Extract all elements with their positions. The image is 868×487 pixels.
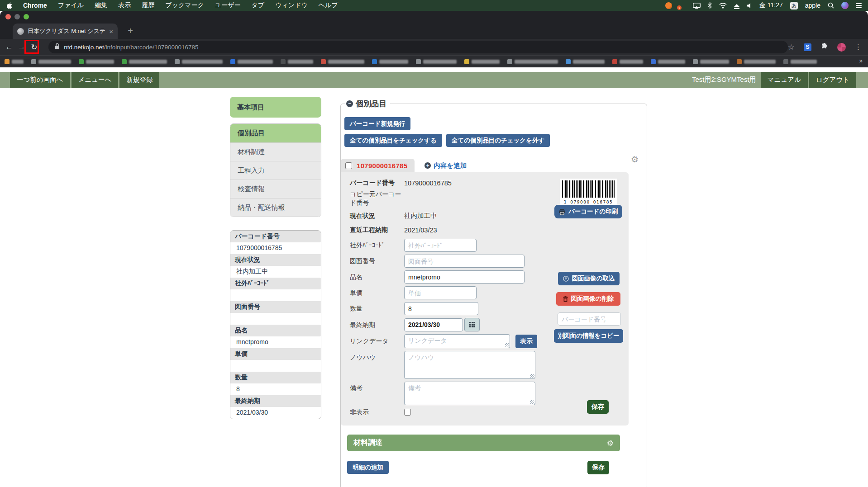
menubar-window[interactable]: ウィンドウ bbox=[275, 1, 308, 9]
bookmark-label-blurred bbox=[573, 60, 605, 64]
new-barcode-button[interactable]: バーコード新規発行 bbox=[344, 117, 410, 130]
copy-drawing-info-button[interactable]: 別図面の情報をコピー bbox=[554, 329, 623, 343]
bookmark-item[interactable] bbox=[612, 59, 643, 64]
uncheck-all-button[interactable]: 全ての個別品目のチェックを外す bbox=[446, 134, 550, 147]
print-barcode-button[interactable]: バーコードの印刷 bbox=[554, 205, 622, 218]
collapse-icon[interactable] bbox=[346, 100, 353, 107]
import-drawing-button[interactable]: 図面画像の取込 bbox=[558, 272, 620, 285]
drawing-number-input[interactable] bbox=[404, 255, 525, 268]
bookmark-item[interactable] bbox=[651, 59, 685, 64]
screen-record-icon[interactable] bbox=[665, 2, 672, 9]
logout-button[interactable]: ログアウト bbox=[809, 72, 856, 88]
bookmark-star-icon[interactable]: ☆ bbox=[788, 43, 795, 52]
settings-gear-icon[interactable]: ⚙ bbox=[631, 154, 639, 164]
save-button[interactable]: 保存 bbox=[587, 400, 609, 414]
material-save-button[interactable]: 保存 bbox=[587, 461, 609, 474]
volume-icon[interactable] bbox=[747, 3, 752, 9]
menubar-file[interactable]: ファイル bbox=[58, 1, 84, 9]
menubar-username[interactable]: apple bbox=[805, 2, 820, 9]
final-due-input[interactable] bbox=[404, 318, 463, 331]
material-section-header[interactable]: 材料調達 ⚙ bbox=[347, 435, 620, 451]
item-checkbox[interactable] bbox=[345, 162, 352, 169]
material-gear-icon[interactable]: ⚙ bbox=[607, 439, 614, 448]
add-detail-button[interactable]: 明細の追加 bbox=[347, 461, 389, 474]
sidebar-item-individual[interactable]: 個別品目 bbox=[230, 124, 321, 142]
minimize-window-button[interactable] bbox=[14, 14, 20, 19]
back-button[interactable]: ← bbox=[3, 43, 15, 52]
zoom-window-button[interactable] bbox=[24, 14, 29, 19]
show-button[interactable]: 表示 bbox=[515, 335, 537, 348]
sidebar-basic-header[interactable]: 基本項目 bbox=[230, 97, 321, 118]
assistant-icon[interactable] bbox=[841, 2, 849, 9]
profile-avatar[interactable] bbox=[837, 43, 846, 52]
new-tab-button[interactable]: + bbox=[125, 26, 136, 36]
bookmarks-overflow-icon[interactable]: » bbox=[859, 57, 864, 64]
bookmark-item[interactable] bbox=[175, 59, 223, 64]
bookmark-item[interactable] bbox=[737, 59, 776, 64]
date-picker-button[interactable] bbox=[464, 318, 480, 331]
add-content-link[interactable]: 内容を追加 bbox=[424, 161, 467, 170]
extension-s-icon[interactable]: S bbox=[804, 43, 811, 51]
copy-barcode-input[interactable] bbox=[558, 312, 621, 326]
bookmark-item[interactable] bbox=[122, 59, 167, 64]
bookmark-item[interactable] bbox=[783, 59, 817, 64]
product-name-input[interactable] bbox=[404, 270, 525, 284]
bookmark-item[interactable] bbox=[321, 59, 364, 64]
bookmark-item[interactable] bbox=[230, 59, 273, 64]
link-data-input[interactable] bbox=[404, 334, 510, 348]
item-form-panel: バーコード番号 1079000016785 コピー元バーコード番号 現在状況 社… bbox=[341, 172, 629, 426]
sidebar-item-inspection[interactable]: 検査情報 bbox=[230, 180, 321, 198]
tab-close-icon[interactable]: × bbox=[109, 28, 113, 35]
bookmark-item[interactable] bbox=[507, 59, 558, 64]
bookmark-item[interactable] bbox=[566, 59, 605, 64]
address-bar[interactable]: ntd.netkojo.net/infoinput/barcode/107900… bbox=[48, 41, 788, 53]
item-tab[interactable]: 1079000016785 bbox=[341, 159, 415, 172]
lock-icon[interactable] bbox=[55, 43, 60, 51]
wifi-icon[interactable] bbox=[719, 3, 727, 9]
spotlight-search-icon[interactable] bbox=[828, 2, 834, 9]
delete-drawing-button[interactable]: 図面画像の削除 bbox=[556, 292, 620, 306]
menubar-tab[interactable]: タブ bbox=[252, 1, 265, 9]
bookmark-item[interactable] bbox=[372, 59, 408, 64]
prev-screen-button[interactable]: 一つ前の画面へ bbox=[10, 72, 70, 88]
chrome-menu-icon[interactable]: ⋮ bbox=[855, 43, 862, 51]
manual-button[interactable]: マニュアル bbox=[761, 72, 808, 88]
browser-tab[interactable]: 日本ツクリダス M:net システム - × bbox=[13, 24, 118, 39]
menubar-clock[interactable]: 金 11:27 bbox=[759, 1, 783, 9]
apple-icon[interactable] bbox=[6, 2, 12, 9]
close-window-button[interactable] bbox=[5, 14, 11, 19]
bookmark-item[interactable] bbox=[79, 59, 114, 64]
bookmark-item[interactable] bbox=[416, 59, 457, 64]
bookmark-item[interactable] bbox=[281, 59, 313, 64]
extension-status-icon[interactable]: 1 bbox=[679, 2, 686, 9]
menu-button[interactable]: メニューへ bbox=[72, 72, 119, 88]
menubar-view[interactable]: 表示 bbox=[118, 1, 131, 9]
sidebar-item-process[interactable]: 工程入力 bbox=[230, 161, 321, 180]
bookmark-item[interactable] bbox=[5, 59, 24, 64]
remarks-textarea[interactable] bbox=[404, 382, 535, 405]
menubar-bookmarks[interactable]: ブックマーク bbox=[165, 1, 204, 9]
knowhow-textarea[interactable] bbox=[404, 351, 535, 379]
new-registration-button[interactable]: 新規登録 bbox=[119, 72, 159, 88]
quantity-input[interactable] bbox=[404, 302, 478, 315]
ime-input-icon[interactable]: あ bbox=[790, 2, 798, 9]
menubar-users[interactable]: ユーザー bbox=[215, 1, 241, 9]
menubar-app-name[interactable]: Chrome bbox=[23, 2, 47, 9]
menubar-history[interactable]: 履歴 bbox=[142, 1, 154, 9]
check-all-button[interactable]: 全ての個別品目をチェックする bbox=[344, 134, 442, 147]
sidebar-item-delivery[interactable]: 納品・配送情報 bbox=[230, 198, 321, 217]
menubar-help[interactable]: ヘルプ bbox=[319, 1, 338, 9]
control-center-icon[interactable] bbox=[856, 3, 862, 8]
menubar-edit[interactable]: 編集 bbox=[95, 1, 107, 9]
sidebar-item-material[interactable]: 材料調達 bbox=[230, 142, 321, 161]
bluetooth-icon[interactable] bbox=[708, 2, 712, 9]
eject-icon[interactable] bbox=[734, 4, 739, 7]
bookmark-item[interactable] bbox=[31, 59, 71, 64]
external-barcode-input[interactable] bbox=[404, 239, 477, 252]
bookmark-item[interactable] bbox=[693, 59, 729, 64]
hidden-checkbox[interactable] bbox=[404, 409, 411, 416]
screen-mirroring-icon[interactable] bbox=[693, 3, 701, 9]
unit-price-input[interactable] bbox=[404, 286, 477, 299]
bookmark-item[interactable] bbox=[464, 59, 500, 64]
extensions-puzzle-icon[interactable] bbox=[820, 43, 828, 52]
